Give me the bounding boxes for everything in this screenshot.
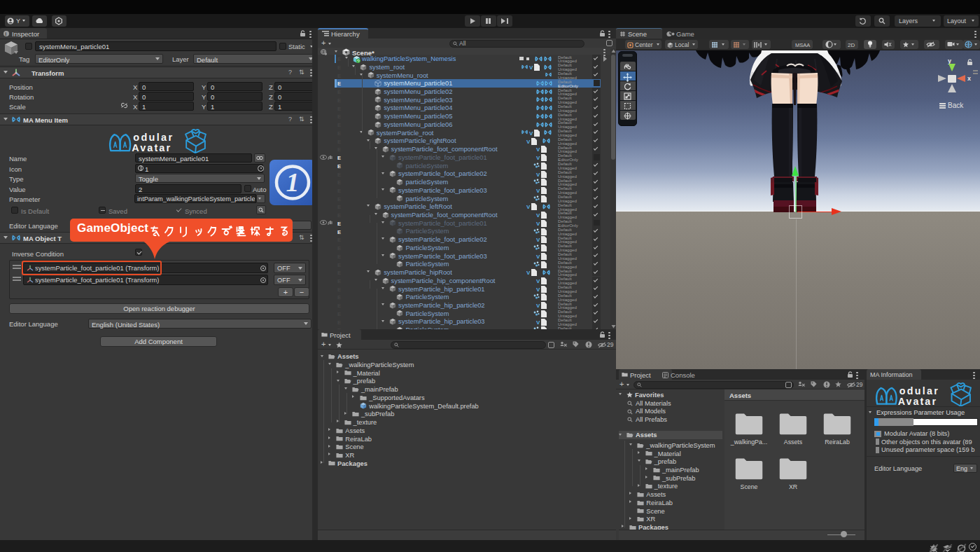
svg-text:Avatar: Avatar (132, 142, 172, 153)
svg-text:Avatar: Avatar (898, 396, 937, 407)
svg-text:odular: odular (133, 132, 174, 143)
svg-text:odular: odular (899, 385, 939, 396)
svg-text:1: 1 (286, 167, 300, 197)
